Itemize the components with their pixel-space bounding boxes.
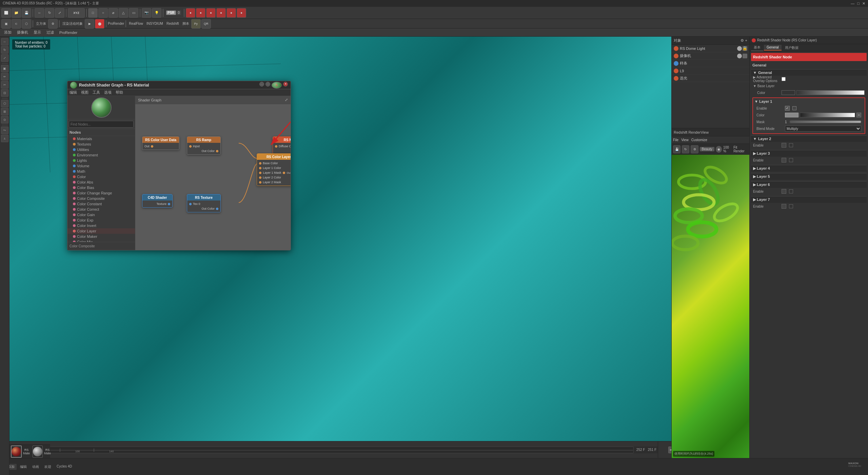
sg-menu-help[interactable]: 帮助 bbox=[116, 90, 123, 95]
layer1-enable-checkbox[interactable]: ✓ bbox=[785, 106, 790, 111]
base-color-swatch[interactable] bbox=[782, 90, 795, 95]
layer7-enable-checkbox[interactable] bbox=[782, 204, 786, 209]
section-layer2-header[interactable]: ▼ Layer 2 bbox=[751, 135, 867, 142]
rv-aov-btn[interactable]: ◉ bbox=[716, 146, 722, 153]
cylinder-btn[interactable]: ⌀ bbox=[108, 8, 118, 18]
record2-btn[interactable]: ● bbox=[196, 8, 205, 18]
layer1-color-swatch[interactable] bbox=[785, 113, 798, 117]
maximize-btn[interactable]: □ bbox=[857, 1, 860, 6]
record4-btn[interactable]: ● bbox=[216, 8, 226, 18]
python-btn[interactable]: Py bbox=[191, 19, 201, 28]
rv-view[interactable]: View bbox=[681, 138, 689, 142]
sg-menu-options[interactable]: 选项 bbox=[104, 90, 112, 95]
section-layer4-header[interactable]: ▶ Layer 4 bbox=[751, 165, 867, 172]
section-layer7-header[interactable]: ▶ Layer 7 bbox=[751, 196, 867, 203]
node-color-correct[interactable]: Color Correct bbox=[67, 207, 135, 212]
graph-canvas[interactable]: Shader Graph ⤢ bbox=[135, 96, 291, 250]
tab-cycles[interactable]: Cycles 4D bbox=[55, 464, 74, 470]
node-math[interactable]: Math bbox=[67, 169, 135, 174]
lock-icon[interactable]: 🔒 bbox=[743, 46, 747, 51]
sg-menu-tools[interactable]: 工具 bbox=[93, 90, 100, 95]
tool-scale[interactable]: ⤢ bbox=[1, 54, 8, 62]
poly-btn[interactable]: ⬡ bbox=[22, 19, 31, 28]
qr-btn[interactable]: QR bbox=[201, 19, 211, 28]
record3-btn[interactable]: ● bbox=[206, 8, 216, 18]
record-btn[interactable]: ● bbox=[186, 8, 195, 18]
node-materials[interactable]: Materials bbox=[67, 136, 135, 141]
obj-item-spline[interactable]: 样条 bbox=[672, 60, 749, 67]
port-texture-out[interactable]: Texture bbox=[144, 202, 170, 206]
rv-customize[interactable]: Customize bbox=[691, 138, 707, 142]
section-general-header[interactable]: ▼ General bbox=[751, 69, 867, 76]
layer3-enable-checkbox[interactable] bbox=[782, 158, 786, 163]
render-btn[interactable]: ▶ bbox=[85, 19, 94, 28]
scene-filter-btn[interactable]: ⚙ bbox=[741, 38, 744, 43]
nodes-search-input[interactable] bbox=[69, 121, 134, 128]
node-utilities[interactable]: Utilities bbox=[67, 147, 135, 152]
close-btn[interactable]: ✕ bbox=[862, 1, 865, 6]
tool-sculpt[interactable]: ⍋ bbox=[1, 135, 8, 142]
visibility-dot[interactable] bbox=[737, 46, 742, 51]
tool-bridge[interactable]: ⊡ bbox=[1, 89, 8, 97]
layer1-mask-slider[interactable] bbox=[790, 120, 861, 123]
node-textures[interactable]: Textures bbox=[67, 141, 135, 147]
node-c4d-shader[interactable]: C4D Shader Texture bbox=[142, 194, 173, 208]
tool-move[interactable]: ↔ bbox=[1, 38, 8, 45]
node-color-constant[interactable]: Color Constant bbox=[67, 201, 135, 207]
tool-knife[interactable]: ✂ bbox=[1, 81, 8, 89]
scene-new-btn[interactable]: + bbox=[745, 38, 747, 43]
mat-thumb-rs-mate-1[interactable] bbox=[11, 445, 22, 458]
tool-rotate[interactable]: ↻ bbox=[1, 46, 8, 54]
open-btn[interactable]: 📁 bbox=[12, 8, 21, 18]
obj-item-light[interactable]: 选光 bbox=[672, 75, 749, 82]
node-color-bias[interactable]: Color Bias bbox=[67, 185, 135, 190]
obj-item-camera[interactable]: 摄像机 bbox=[672, 52, 749, 60]
layer6-enable-checkbox[interactable] bbox=[782, 189, 786, 194]
box-btn[interactable]: □ bbox=[88, 8, 98, 18]
prop-tab-user[interactable]: 用户数据 bbox=[782, 45, 801, 51]
save-btn[interactable]: 💾 bbox=[22, 8, 31, 18]
port-out-color-tex[interactable]: Out Color bbox=[189, 206, 218, 211]
layer2-enable-checkbox[interactable] bbox=[782, 143, 786, 148]
timeline-ruler-track[interactable]: 0 50 100 140 bbox=[9, 446, 633, 453]
node-rs-material[interactable]: RS Material Diffuse Color Out Color bbox=[273, 136, 291, 155]
base-color-gradient[interactable] bbox=[796, 90, 865, 95]
select-btn[interactable]: ▣ bbox=[1, 19, 11, 28]
sphere-btn[interactable]: ○ bbox=[98, 8, 108, 18]
section-layer5-header[interactable]: ▶ Layer 5 bbox=[751, 173, 867, 180]
node-environment[interactable]: Environment bbox=[67, 152, 135, 158]
node-color-abs[interactable]: Color Abs bbox=[67, 179, 135, 185]
node-color[interactable]: Color bbox=[67, 174, 135, 179]
sg-menu-view[interactable]: 视图 bbox=[81, 90, 88, 95]
node-color-exp[interactable]: Color Exp bbox=[67, 217, 135, 223]
cam-lock-icon[interactable] bbox=[743, 54, 747, 58]
mat-thumb-rs-mate-2[interactable] bbox=[33, 445, 43, 458]
obj-item-dome-light[interactable]: RS Dome Light 🔒 bbox=[672, 45, 749, 52]
node-rs-color-layer[interactable]: RS Color Layer Base Color Layer 1 Color bbox=[257, 153, 291, 186]
win-minimize[interactable]: — bbox=[259, 82, 264, 87]
node-color-layer[interactable]: Color Layer bbox=[67, 228, 135, 234]
win-maximize[interactable]: □ bbox=[265, 82, 270, 87]
minimize-btn[interactable]: — bbox=[851, 1, 854, 6]
port-out-ramp[interactable]: Out Color bbox=[189, 149, 218, 153]
port-base-color[interactable]: Base Color bbox=[259, 161, 291, 166]
tool-spline[interactable]: 〜 bbox=[1, 127, 8, 134]
expand-btn[interactable]: ⤢ bbox=[285, 98, 288, 102]
node-rs-ramp[interactable]: RS Ramp Input Out Color bbox=[187, 136, 221, 155]
tool-select[interactable]: ▣ bbox=[1, 65, 8, 72]
node-color-gain[interactable]: Color Gain bbox=[67, 212, 135, 217]
move-btn[interactable]: ↔ bbox=[35, 8, 44, 18]
obj-item-l9[interactable]: L9 bbox=[672, 67, 749, 75]
camera-btn[interactable]: 📷 bbox=[142, 8, 151, 18]
section-layer3-header[interactable]: ▶ Layer 3 bbox=[751, 150, 867, 157]
rv-settings-btn[interactable]: ⚙ bbox=[691, 145, 698, 153]
menu-scene[interactable]: ProRender bbox=[58, 31, 79, 35]
tab-mograph[interactable]: 欢迎 bbox=[42, 464, 53, 470]
tab-timeline[interactable]: 编辑 bbox=[18, 464, 29, 470]
node-rs-color-user-data[interactable]: RS Color User Data Out bbox=[142, 136, 179, 150]
layer1-color-picker[interactable]: ✏ bbox=[856, 113, 861, 117]
tool-settings[interactable]: ⚙ bbox=[48, 19, 58, 28]
node-rs-texture[interactable]: RS Texture Tex 0 Out Color bbox=[187, 194, 221, 212]
advanced-overlay-checkbox[interactable] bbox=[782, 77, 786, 81]
menu-display[interactable]: 显示 bbox=[32, 30, 42, 35]
